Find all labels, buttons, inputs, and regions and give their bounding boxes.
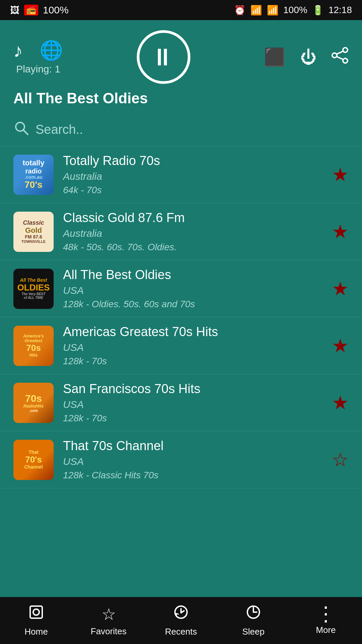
nav-more-label: More [316, 625, 336, 635]
wifi-icon: 📶 [250, 5, 262, 16]
svg-line-4 [337, 57, 343, 59]
station-meta: 128k - Oldies. 50s. 60s and 70s [63, 299, 322, 310]
pause-icon: ⏸ [150, 43, 177, 71]
station-country: USA [63, 456, 322, 467]
station-meta: 128k - 70s [63, 356, 322, 367]
station-list: totally radio .com.au 70's Totally Radio… [0, 146, 362, 606]
signal-count: 100% [43, 4, 69, 16]
search-input[interactable] [36, 122, 349, 137]
photo-icon: 🖼 [10, 5, 19, 16]
favorites-icon: ☆ [102, 605, 116, 624]
nav-favorites-label: Favorites [91, 626, 127, 637]
station-meta: 128k - Classic Hits 70s [63, 470, 322, 481]
status-left: 🖼 📻 100% [10, 4, 69, 16]
signal-bars-icon: 📶 [267, 5, 279, 16]
nav-recents[interactable]: Recents [145, 597, 217, 644]
station-name: That 70s Channel [63, 439, 322, 453]
search-icon [13, 120, 29, 139]
station-country: USA [63, 342, 322, 353]
station-info: All The Best Oldies USA 128k - Oldies. 5… [63, 268, 322, 310]
station-logo: totally radio .com.au 70's [13, 155, 54, 195]
station-info: That 70s Channel USA 128k - Classic Hits… [63, 439, 322, 481]
stop-button[interactable]: ⬛ [264, 47, 286, 67]
nav-sleep[interactable]: Sleep [217, 597, 290, 644]
svg-point-0 [343, 48, 348, 52]
station-item[interactable]: totally radio .com.au 70's Totally Radio… [0, 146, 362, 203]
clock-display: 12:18 [328, 5, 352, 15]
station-info: Totally Radio 70s Australia 64k - 70s [63, 154, 322, 196]
station-country: Australia [63, 228, 322, 239]
station-name: Classic Gold 87.6 Fm [63, 211, 322, 225]
favorite-button[interactable]: ★ [332, 278, 349, 300]
nav-home[interactable]: Home [0, 597, 72, 644]
battery-percent: 100% [283, 5, 307, 15]
nav-sleep-label: Sleep [242, 627, 265, 637]
radio-app-icon: 📻 [24, 5, 38, 15]
station-item[interactable]: All The Best OLDIES The Very BEST of ALL… [0, 260, 362, 317]
svg-point-1 [332, 53, 337, 58]
nav-recents-label: Recents [165, 627, 197, 637]
alarm-icon: ⏰ [234, 5, 246, 16]
favorite-button[interactable]: ★ [332, 335, 349, 357]
battery-icon: 🔋 [312, 5, 324, 16]
favorite-button[interactable]: ★ [332, 221, 349, 243]
nav-more[interactable]: ⋮ More [290, 597, 362, 644]
favorite-button[interactable]: ★ [332, 164, 349, 185]
music-note-icon[interactable]: ♪ [13, 40, 23, 61]
svg-point-2 [343, 58, 348, 63]
nav-home-label: Home [24, 627, 48, 637]
search-bar [0, 113, 362, 146]
svg-line-3 [337, 51, 343, 54]
favorite-button[interactable]: ★ [332, 392, 349, 414]
more-icon: ⋮ [316, 606, 336, 622]
station-country: Australia [63, 171, 322, 182]
bottom-nav: Home ☆ Favorites Recents Sleep ⋮ More [0, 597, 362, 644]
sleep-icon [245, 604, 261, 624]
station-name: All The Best Oldies [63, 268, 322, 282]
station-item[interactable]: That 70's Channel That 70s Channel USA 1… [0, 431, 362, 488]
player-right: ⬛ ⏻ [264, 47, 349, 68]
svg-line-6 [23, 130, 28, 135]
station-item[interactable]: America's Greatest 70s Hits Americas Gre… [0, 317, 362, 374]
globe-icon[interactable]: 🌐 [40, 39, 63, 61]
svg-point-8 [33, 609, 39, 615]
home-icon [28, 604, 44, 624]
station-name: Totally Radio 70s [63, 154, 322, 168]
recents-icon [173, 604, 189, 624]
player-left: ♪ 🌐 Playing: 1 [13, 39, 63, 75]
status-bar: 🖼 📻 100% ⏰ 📶 📶 100% 🔋 12:18 [0, 0, 362, 20]
status-right: ⏰ 📶 📶 100% 🔋 12:18 [234, 5, 352, 16]
pause-button[interactable]: ⏸ [137, 30, 190, 84]
player-controls-row: ♪ 🌐 Playing: 1 ⏸ ⬛ ⏻ [13, 30, 349, 84]
player-area: ♪ 🌐 Playing: 1 ⏸ ⬛ ⏻ All The B [0, 20, 362, 113]
station-info: San Franciscos 70s Hits USA 128k - 70s [63, 382, 322, 424]
station-logo: 70s RadioHits .com [13, 383, 54, 423]
playing-label: Playing: 1 [16, 63, 60, 75]
station-meta: 48k - 50s. 60s. 70s. Oldies. [63, 242, 322, 253]
station-info: Americas Greatest 70s Hits USA 128k - 70… [63, 325, 322, 367]
nav-favorites[interactable]: ☆ Favorites [72, 597, 145, 644]
station-meta: 128k - 70s [63, 413, 322, 424]
station-logo: That 70's Channel [13, 440, 54, 480]
station-info: Classic Gold 87.6 Fm Australia 48k - 50s… [63, 211, 322, 253]
now-playing-title: All The Best Oldies [13, 90, 148, 107]
station-item[interactable]: Classic Gold FM 87.6 TOWNSVILLE Classic … [0, 203, 362, 260]
station-name: Americas Greatest 70s Hits [63, 325, 322, 339]
station-country: USA [63, 285, 322, 296]
share-button[interactable] [331, 47, 349, 68]
power-button[interactable]: ⏻ [300, 48, 316, 66]
station-logo: All The Best OLDIES The Very BEST of ALL… [13, 269, 54, 309]
favorite-button[interactable]: ☆ [332, 449, 349, 471]
station-country: USA [63, 399, 322, 410]
station-name: San Franciscos 70s Hits [63, 382, 322, 396]
station-meta: 64k - 70s [63, 185, 322, 196]
svg-rect-7 [30, 606, 42, 618]
station-item[interactable]: 70s RadioHits .com San Franciscos 70s Hi… [0, 374, 362, 431]
station-logo: Classic Gold FM 87.6 TOWNSVILLE [13, 212, 54, 252]
station-logo: America's Greatest 70s Hits [13, 326, 54, 366]
